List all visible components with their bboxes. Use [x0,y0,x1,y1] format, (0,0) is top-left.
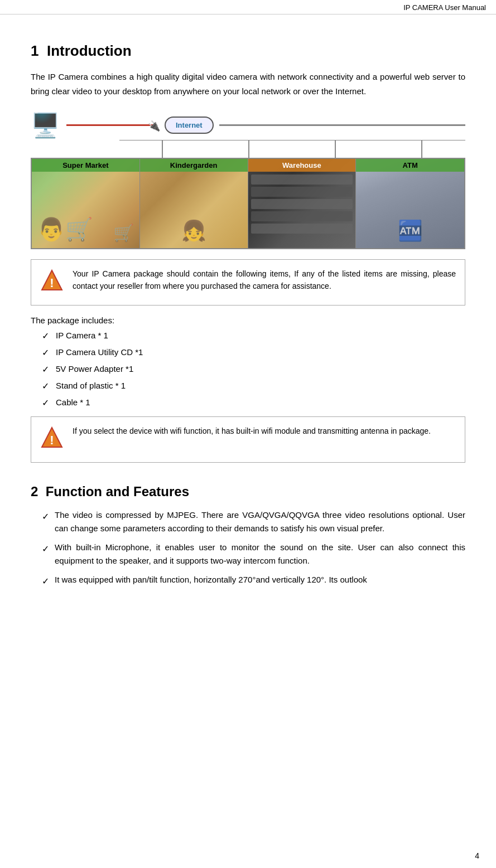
scene-warehouse: Warehouse [248,159,357,248]
list-item: ✓ 5V Power Adapter *1 [31,363,465,376]
package-heading: The package includes: [31,316,465,325]
feature-item: ✓ It was equipped with pan/tilt function… [31,573,465,589]
bullet-2: ✓ [42,542,49,556]
warning-icon-2: ! [40,426,64,454]
list-item: ✓ Stand of plastic * 1 [31,380,465,393]
scene-atm: ATM 🏧 [356,159,464,248]
warning-text-1: Your IP Camera package should contain th… [73,268,456,293]
checkmark-4: ✓ [42,380,49,393]
warning-text-2: If you select the device with wifi funct… [73,425,431,437]
page-header: IP CAMERA User Manual [0,0,496,14]
list-item: ✓ Cable * 1 [31,396,465,410]
supermarket-label: Super Market [32,159,139,172]
distribution-line [219,124,465,126]
internet-cloud: Internet [165,117,214,134]
warehouse-label: Warehouse [248,159,356,172]
intro-paragraph: The IP Camera combines a high quality di… [31,70,465,98]
section1-title: 1 Introduction [31,42,465,60]
scenes-grid: Super Market 👨‍🛒 🛒 Kindergarden 👧 Wareho… [31,158,465,249]
bullet-1: ✓ [42,510,49,524]
list-item: ✓ IP Camera Utility CD *1 [31,346,465,360]
bullet-3: ✓ [42,574,49,589]
atm-label: ATM [356,159,464,172]
kindergarden-label: Kindergarden [140,159,248,172]
scene-supermarket: Super Market 👨‍🛒 🛒 [32,159,140,248]
warning-box-1: ! Your IP Camera package should contain … [31,259,465,306]
header-title: IP CAMERA User Manual [403,3,486,12]
page-number: 4 [475,851,479,860]
checkmark-5: ✓ [42,396,49,410]
features-list: ✓ The video is compressed by MJPEG. Ther… [31,508,465,589]
checkmark-2: ✓ [42,346,49,360]
scene-kindergarden: Kindergarden 👧 [140,159,248,248]
package-section: The package includes: ✓ IP Camera * 1 ✓ … [31,316,465,410]
svg-text:!: ! [50,433,54,447]
distribution-lines-svg [119,140,465,158]
laptop-icon: 🖥️ [31,111,60,139]
connection-line: 🔌 [66,124,156,126]
section2-title: 2 Function and Features [31,484,465,500]
checkmark-1: ✓ [42,329,49,343]
checkmark-3: ✓ [42,363,49,376]
feature-item: ✓ With built-in Microphone, it enables u… [31,541,465,568]
warning-icon-1: ! [40,269,64,297]
svg-text:!: ! [50,276,54,290]
page-content: 1 Introduction The IP Camera combines a … [0,14,496,605]
feature-item: ✓ The video is compressed by MJPEG. Ther… [31,508,465,535]
network-diagram: 🖥️ 🔌 Internet [31,108,465,249]
list-item: ✓ IP Camera * 1 [31,329,465,343]
warning-box-2: ! If you select the device with wifi fun… [31,416,465,463]
package-list: ✓ IP Camera * 1 ✓ IP Camera Utility CD *… [31,329,465,410]
